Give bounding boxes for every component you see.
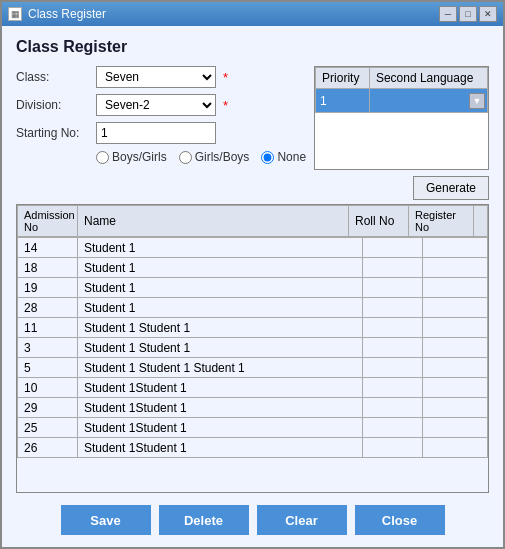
cell-roll_no [363, 398, 423, 418]
priority-col-header: Priority [316, 68, 370, 89]
cell-name: Student 1 [78, 298, 363, 318]
cell-admission_no: 28 [18, 298, 78, 318]
starting-no-row: Starting No: [16, 122, 306, 144]
division-select[interactable]: Seven-2 [96, 94, 216, 116]
cell-roll_no [363, 358, 423, 378]
cell-register_no [423, 298, 488, 318]
starting-no-label: Starting No: [16, 126, 96, 140]
main-area: Class: Seven * Division: Seven-2 [16, 66, 489, 170]
cell-register_no [423, 238, 488, 258]
cell-roll_no [363, 438, 423, 458]
radio-none[interactable] [261, 151, 274, 164]
cell-admission_no: 19 [18, 278, 78, 298]
title-bar-controls: ─ □ ✕ [439, 6, 497, 22]
cell-admission_no: 11 [18, 318, 78, 338]
cell-roll_no [363, 418, 423, 438]
maximize-button[interactable]: □ [459, 6, 477, 22]
cell-roll_no [363, 298, 423, 318]
cell-roll_no [363, 258, 423, 278]
table-row: 11Student 1 Student 1 [18, 318, 488, 338]
cell-admission_no: 26 [18, 438, 78, 458]
content-area: Class Register Class: Seven * Divisi [2, 26, 503, 547]
title-bar: ▦ Class Register ─ □ ✕ [2, 2, 503, 26]
table-body: 14Student 118Student 119Student 128Stude… [18, 238, 488, 458]
cell-name: Student 1 [78, 258, 363, 278]
table-row: 25Student 1Student 1 [18, 418, 488, 438]
table-row: 14Student 1 [18, 238, 488, 258]
cell-register_no [423, 398, 488, 418]
col-header-register: RegisterNo [409, 206, 474, 237]
radio-girls-boys[interactable] [179, 151, 192, 164]
clear-button[interactable]: Clear [257, 505, 347, 535]
save-button[interactable]: Save [61, 505, 151, 535]
radio-boys-girls[interactable] [96, 151, 109, 164]
cell-register_no [423, 258, 488, 278]
button-row: Save Delete Clear Close [16, 501, 489, 539]
class-label: Class: [16, 70, 96, 84]
cell-name: Student 1Student 1 [78, 418, 363, 438]
cell-roll_no [363, 378, 423, 398]
division-required: * [223, 98, 228, 113]
cell-name: Student 1 Student 1 Student 1 [78, 358, 363, 378]
left-form: Class: Seven * Division: Seven-2 [16, 66, 306, 170]
cell-register_no [423, 438, 488, 458]
table-row: 28Student 1 [18, 298, 488, 318]
cell-name: Student 1 Student 1 [78, 338, 363, 358]
col-header-name: Name [78, 206, 349, 237]
close-window-button[interactable]: ✕ [479, 6, 497, 22]
division-row: Division: Seven-2 * [16, 94, 306, 116]
cell-register_no [423, 418, 488, 438]
cell-roll_no [363, 338, 423, 358]
second-language-dropdown-arrow[interactable]: ▼ [469, 93, 485, 109]
main-window: ▦ Class Register ─ □ ✕ Class Register Cl… [0, 0, 505, 549]
division-control-group: Seven-2 * [96, 94, 228, 116]
table-row: 18Student 1 [18, 258, 488, 278]
cell-name: Student 1 Student 1 [78, 318, 363, 338]
col-header-roll: Roll No [349, 206, 409, 237]
cell-roll_no [363, 318, 423, 338]
radio-group: Boys/Girls Girls/Boys None [96, 150, 306, 164]
class-required: * [223, 70, 228, 85]
cell-admission_no: 29 [18, 398, 78, 418]
table-header-row: AdmissionNo Name Roll No RegisterNo [18, 206, 488, 237]
page-title: Class Register [16, 38, 489, 56]
cell-name: Student 1Student 1 [78, 378, 363, 398]
window-icon: ▦ [8, 7, 22, 21]
radio-girls-boys-label[interactable]: Girls/Boys [179, 150, 250, 164]
radio-none-label[interactable]: None [261, 150, 306, 164]
second-language-col-header: Second Language [369, 68, 487, 89]
priority-table: Priority Second Language 1 ▼ [315, 67, 488, 113]
division-label: Division: [16, 98, 96, 112]
data-table-body: 14Student 118Student 119Student 128Stude… [17, 237, 488, 458]
radio-row: Boys/Girls Girls/Boys None [16, 150, 306, 164]
close-button[interactable]: Close [355, 505, 445, 535]
table-row: 19Student 1 [18, 278, 488, 298]
data-table: AdmissionNo Name Roll No RegisterNo [17, 205, 488, 237]
starting-no-input[interactable] [96, 122, 216, 144]
class-select[interactable]: Seven [96, 66, 216, 88]
title-bar-text: Class Register [28, 7, 106, 21]
cell-admission_no: 10 [18, 378, 78, 398]
cell-roll_no [363, 238, 423, 258]
cell-register_no [423, 278, 488, 298]
table-scroll-area[interactable]: 14Student 118Student 119Student 128Stude… [17, 237, 488, 492]
minimize-button[interactable]: ─ [439, 6, 457, 22]
cell-admission_no: 3 [18, 338, 78, 358]
generate-button[interactable]: Generate [413, 176, 489, 200]
delete-button[interactable]: Delete [159, 505, 249, 535]
title-bar-left: ▦ Class Register [8, 7, 106, 21]
radio-boys-girls-label[interactable]: Boys/Girls [96, 150, 167, 164]
cell-name: Student 1 [78, 238, 363, 258]
cell-register_no [423, 338, 488, 358]
cell-admission_no: 14 [18, 238, 78, 258]
table-row: 10Student 1Student 1 [18, 378, 488, 398]
priority-value: 1 [316, 89, 370, 113]
priority-table-row: 1 ▼ [316, 89, 488, 113]
data-table-wrapper: AdmissionNo Name Roll No RegisterNo [16, 204, 489, 493]
col-header-admission: AdmissionNo [18, 206, 78, 237]
generate-row: Generate [16, 176, 489, 200]
cell-roll_no [363, 278, 423, 298]
cell-register_no [423, 318, 488, 338]
second-language-cell: ▼ [369, 89, 487, 113]
col-header-scroll [474, 206, 488, 237]
